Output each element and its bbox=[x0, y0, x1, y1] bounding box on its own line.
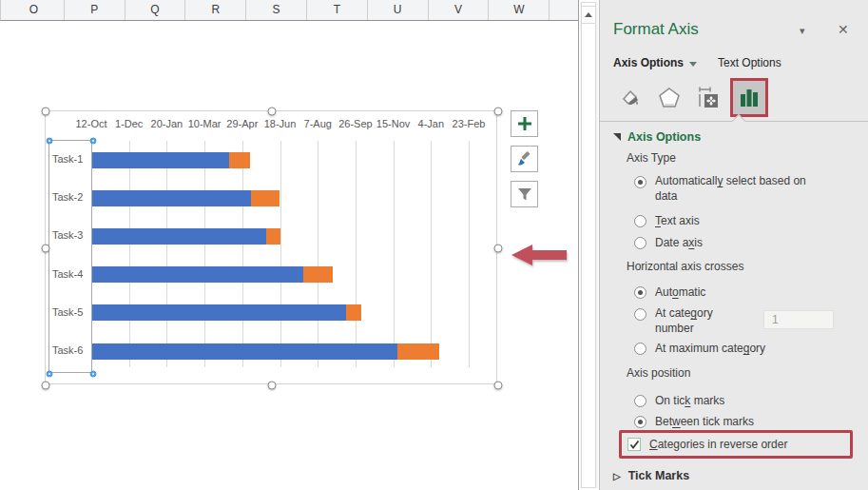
date-axis-tick-label: 23-Feb bbox=[453, 118, 486, 129]
chart-resize-handle[interactable] bbox=[268, 382, 277, 390]
chart-resize-handle[interactable] bbox=[494, 108, 503, 116]
bar-segment-extension-orange[interactable] bbox=[397, 343, 439, 360]
chart-resize-handle[interactable] bbox=[42, 382, 50, 390]
panel-dropdown-caret-icon[interactable]: ▾ bbox=[800, 25, 805, 37]
radio-label: Automatic bbox=[655, 284, 705, 300]
checkbox-label: Categories in reverse order bbox=[649, 438, 787, 451]
panel-close-icon[interactable]: ✕ bbox=[838, 22, 849, 37]
radio-button[interactable] bbox=[634, 308, 646, 321]
bar-segment-duration-blue[interactable] bbox=[92, 343, 397, 360]
column-header[interactable]: O bbox=[4, 0, 65, 20]
bar-segment-extension-orange[interactable] bbox=[229, 152, 250, 168]
section-axis-options[interactable]: Axis Options bbox=[613, 130, 701, 144]
column-header[interactable]: S bbox=[246, 0, 307, 20]
radio-label: Between tick marks bbox=[655, 414, 754, 429]
chart-resize-handle[interactable] bbox=[494, 382, 503, 390]
chart-resize-handle[interactable] bbox=[494, 245, 503, 253]
fill-line-icon-tab[interactable] bbox=[613, 80, 646, 115]
axis-selection-handle[interactable] bbox=[47, 371, 53, 378]
vertical-scrollbar[interactable] bbox=[580, 2, 598, 488]
radio-label: Date axis bbox=[655, 235, 703, 250]
bar-segment-extension-orange[interactable] bbox=[346, 304, 362, 321]
gridline bbox=[129, 141, 130, 367]
column-header[interactable]: T bbox=[307, 0, 368, 20]
radio-label: Text axis bbox=[655, 213, 700, 228]
chart-resize-handle[interactable] bbox=[42, 245, 50, 253]
radio-option[interactable]: At maximum category bbox=[634, 339, 858, 358]
scrollbar-track[interactable] bbox=[581, 2, 596, 488]
chevron-down-icon[interactable] bbox=[689, 62, 697, 67]
category-number-input[interactable]: 1 bbox=[763, 310, 834, 329]
bar-segment-extension-orange[interactable] bbox=[251, 190, 280, 206]
size-properties-icon-tab[interactable] bbox=[693, 80, 725, 115]
section-label: Axis Options bbox=[627, 130, 701, 144]
radio-option[interactable]: At category number1 bbox=[634, 305, 858, 336]
filter-funnel-icon bbox=[516, 186, 533, 203]
radio-button[interactable] bbox=[634, 395, 646, 407]
column-headers: OPQRSTUVW bbox=[0, 0, 578, 21]
gantt-bar-row[interactable] bbox=[92, 266, 333, 283]
gantt-bar-row[interactable] bbox=[92, 152, 250, 168]
category-axis-label: Task-3 bbox=[52, 229, 83, 241]
gridline bbox=[204, 141, 205, 367]
column-header[interactable]: R bbox=[185, 0, 246, 20]
bar-segment-duration-blue[interactable] bbox=[92, 190, 251, 206]
date-axis-tick-label: 4-Jan bbox=[418, 118, 445, 129]
chart-styles-button[interactable] bbox=[511, 146, 538, 172]
radio-button[interactable] bbox=[634, 176, 646, 188]
chart-filters-button[interactable] bbox=[511, 181, 538, 207]
worksheet[interactable]: OPQRSTUVW 12-Oct1-Dec20-Jan10-Mar29-Apr1… bbox=[0, 0, 579, 490]
gantt-bar-row[interactable] bbox=[92, 190, 280, 206]
radio-button[interactable] bbox=[634, 215, 646, 227]
scroll-up-button[interactable] bbox=[581, 6, 596, 24]
axis-selection-handle[interactable] bbox=[47, 138, 53, 145]
radio-option[interactable]: On tick marks bbox=[634, 391, 858, 410]
section-tick-marks[interactable]: ▷ Tick Marks bbox=[613, 469, 689, 482]
gridline bbox=[280, 141, 281, 367]
radio-option[interactable]: Automatic bbox=[634, 283, 858, 302]
format-axis-panel: Format Axis ▾ ✕ Axis Options Text Option… bbox=[599, 0, 868, 490]
radio-button[interactable] bbox=[634, 286, 646, 299]
radio-label: At category number bbox=[655, 305, 731, 336]
gantt-chart[interactable]: 12-Oct1-Dec20-Jan10-Mar29-Apr18-Jun7-Aug… bbox=[45, 110, 497, 384]
axis-options-icon-tab[interactable] bbox=[733, 80, 765, 115]
column-header[interactable]: Q bbox=[125, 0, 186, 20]
axis-position-options: On tick marksBetween tick marks bbox=[634, 391, 858, 431]
bar-segment-extension-orange[interactable] bbox=[266, 228, 281, 245]
column-header[interactable]: W bbox=[489, 0, 550, 20]
radio-button[interactable] bbox=[634, 416, 646, 428]
column-header[interactable]: U bbox=[368, 0, 429, 20]
chart-resize-handle[interactable] bbox=[268, 108, 277, 116]
categories-reverse-order-checkbox[interactable] bbox=[627, 438, 641, 451]
column-header[interactable]: V bbox=[429, 0, 490, 20]
tab-text-options[interactable]: Text Options bbox=[718, 56, 781, 69]
bar-segment-duration-blue[interactable] bbox=[92, 266, 303, 283]
radio-option[interactable]: Automatically select based on data bbox=[634, 173, 858, 204]
radio-option[interactable]: Text axis bbox=[634, 211, 858, 230]
axis-position-label: Axis position bbox=[627, 366, 690, 380]
radio-button[interactable] bbox=[634, 343, 646, 355]
tab-axis-options[interactable]: Axis Options bbox=[613, 56, 684, 69]
chart-elements-button[interactable] bbox=[511, 110, 538, 137]
category-axis-selection-box[interactable] bbox=[48, 140, 92, 373]
gantt-bar-row[interactable] bbox=[92, 304, 361, 321]
section-label: Tick Marks bbox=[628, 469, 689, 482]
plus-icon bbox=[517, 116, 532, 131]
gantt-bar-row[interactable] bbox=[92, 343, 439, 360]
gantt-bar-row[interactable] bbox=[92, 228, 280, 245]
chart-resize-handle[interactable] bbox=[42, 108, 50, 116]
radio-button[interactable] bbox=[634, 237, 646, 249]
axis-selection-handle[interactable] bbox=[90, 138, 97, 145]
bar-segment-extension-orange[interactable] bbox=[303, 266, 333, 283]
bar-segment-duration-blue[interactable] bbox=[92, 304, 346, 321]
check-icon bbox=[629, 440, 640, 450]
axis-selection-handle[interactable] bbox=[90, 371, 97, 378]
radio-option[interactable]: Between tick marks bbox=[634, 412, 858, 431]
radio-option[interactable]: Date axis bbox=[634, 233, 858, 252]
column-header[interactable]: P bbox=[65, 0, 125, 20]
bar-segment-duration-blue[interactable] bbox=[92, 228, 266, 245]
panel-icon-tabs bbox=[613, 80, 765, 116]
bar-segment-duration-blue[interactable] bbox=[92, 152, 229, 168]
collapse-triangle-icon bbox=[613, 133, 621, 141]
effects-icon-tab[interactable] bbox=[653, 80, 685, 115]
